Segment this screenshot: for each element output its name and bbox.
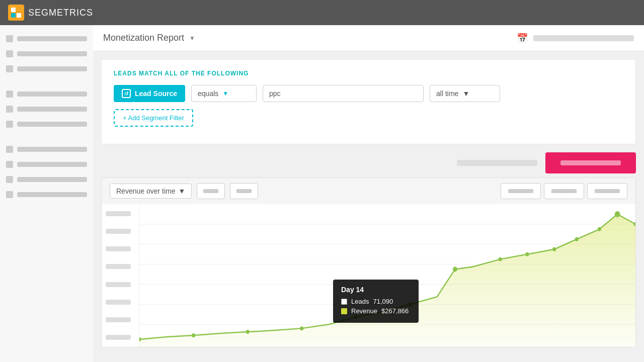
sidebar-item-8[interactable]	[6, 159, 87, 170]
sidebar-item-5[interactable]	[6, 104, 87, 115]
chart-point-4	[300, 326, 303, 330]
sidebar-checkbox-2	[6, 50, 13, 57]
report-dropdown-arrow[interactable]: ▼	[189, 35, 195, 42]
calendar-icon: 📅	[515, 31, 529, 45]
svg-rect-1	[17, 8, 21, 12]
filter-row: ↺ Lead Source equals ▼ all time ▼	[114, 85, 623, 102]
sidebar-label-4	[17, 92, 87, 97]
sidebar-label-5	[17, 107, 87, 112]
y-label-2	[106, 229, 131, 234]
sidebar-label-2	[17, 51, 87, 56]
chart-right-btn-1[interactable]	[501, 183, 541, 199]
chart-peak-point	[615, 211, 620, 217]
sidebar-item-4[interactable]	[6, 88, 87, 100]
chart-point-9	[525, 252, 529, 256]
sidebar-label-7	[17, 147, 87, 152]
lead-source-button[interactable]: ↺ Lead Source	[114, 85, 185, 102]
run-report-button[interactable]	[545, 152, 636, 173]
sidebar-checkbox-9	[6, 176, 13, 183]
chart-point-8	[499, 257, 502, 261]
svg-rect-3	[17, 13, 21, 18]
action-input-bar	[457, 160, 537, 166]
equals-dropdown-arrow: ▼	[222, 90, 228, 97]
sidebar-label-6	[17, 122, 87, 127]
sidebar-label-10	[17, 192, 87, 197]
chart-right-btn-2[interactable]	[544, 183, 584, 199]
lead-source-label: Lead Source	[135, 89, 177, 98]
filter-title: LEADS MATCH ALL OF THE FOLLOWING	[114, 70, 623, 77]
y-label-5	[106, 282, 131, 287]
chart-btn-2[interactable]	[230, 183, 258, 199]
alltime-dropdown-arrow: ▼	[462, 89, 469, 98]
sidebar-checkbox-4	[6, 90, 13, 98]
chart-point-5	[354, 315, 358, 319]
sidebar-checkbox-7	[6, 146, 13, 153]
chart-point-2	[192, 333, 195, 337]
y-label-1	[106, 211, 131, 216]
ppc-input[interactable]	[263, 85, 424, 102]
action-row	[93, 152, 644, 177]
sidebar-checkbox-6	[6, 121, 13, 128]
chart-svg	[139, 204, 635, 347]
alltime-label: all time	[436, 89, 458, 98]
y-label-6	[106, 300, 131, 305]
logo-icon	[8, 5, 24, 21]
sidebar-label-1	[17, 36, 87, 41]
chart-type-dropdown[interactable]: Revenue over time ▼	[110, 184, 192, 199]
header-bar: Monetization Report ▼ 📅	[93, 25, 644, 51]
date-range-bar	[533, 35, 634, 41]
logo: SEGMETRICS	[8, 5, 93, 21]
sidebar-checkbox-3	[6, 65, 13, 72]
chart-type-arrow: ▼	[179, 187, 186, 195]
chart-right-buttons	[501, 183, 627, 199]
chart-btn-1[interactable]	[197, 183, 225, 199]
sidebar-item-1[interactable]	[6, 33, 87, 44]
y-label-3	[106, 246, 131, 251]
sidebar-item-10[interactable]	[6, 189, 87, 200]
report-title: Monetization Report	[103, 33, 184, 43]
sidebar-checkbox-8	[6, 161, 13, 168]
chart-point-11	[575, 237, 579, 241]
lead-source-icon: ↺	[122, 89, 131, 98]
equals-label: equals	[198, 89, 218, 98]
add-segment-row: + Add Segment Filter	[114, 109, 623, 127]
chart-right-btn-3[interactable]	[587, 183, 627, 199]
sidebar	[0, 25, 93, 362]
topbar: SEGMETRICS	[0, 0, 644, 25]
add-segment-button[interactable]: + Add Segment Filter	[114, 109, 193, 127]
sidebar-item-7[interactable]	[6, 144, 87, 155]
chart-y-axis	[102, 204, 139, 347]
brand-name: SEGMETRICS	[28, 8, 93, 18]
sidebar-label-8	[17, 162, 87, 167]
sidebar-label-9	[17, 177, 87, 182]
equals-dropdown[interactable]: equals ▼	[191, 85, 257, 102]
chart-header: Revenue over time ▼	[101, 177, 636, 204]
chart-svg-area: Day 14 Leads 71,090 Revenue $267,866	[139, 204, 635, 347]
chart-container: Day 14 Leads 71,090 Revenue $267,866	[101, 204, 636, 347]
sidebar-item-3[interactable]	[6, 63, 87, 74]
chart-point-7	[408, 302, 412, 306]
alltime-dropdown[interactable]: all time ▼	[430, 85, 500, 102]
sidebar-checkbox-10	[6, 191, 13, 198]
y-label-4	[106, 264, 131, 269]
main-content: Monetization Report ▼ 📅 LEADS MATCH ALL …	[93, 25, 644, 362]
sidebar-label-3	[17, 66, 87, 71]
sidebar-item-6[interactable]	[6, 119, 87, 130]
svg-rect-2	[11, 13, 16, 18]
chart-point-14[interactable]	[453, 267, 457, 272]
sidebar-checkbox-1	[6, 35, 13, 42]
y-label-8	[106, 335, 131, 340]
chart-point-12	[598, 227, 601, 231]
sidebar-item-2[interactable]	[6, 48, 87, 59]
filter-panel: LEADS MATCH ALL OF THE FOLLOWING ↺ Lead …	[101, 59, 636, 144]
date-range-picker[interactable]: 📅	[515, 31, 634, 45]
run-btn-label-bar	[560, 160, 621, 165]
chart-point-6	[381, 310, 384, 314]
chart-point-10	[552, 247, 556, 251]
chart-type-label: Revenue over time	[116, 187, 176, 195]
sidebar-checkbox-5	[6, 106, 13, 113]
svg-rect-0	[11, 8, 16, 12]
sidebar-item-9[interactable]	[6, 174, 87, 185]
chart-point-3	[246, 330, 250, 334]
y-label-7	[106, 317, 131, 322]
